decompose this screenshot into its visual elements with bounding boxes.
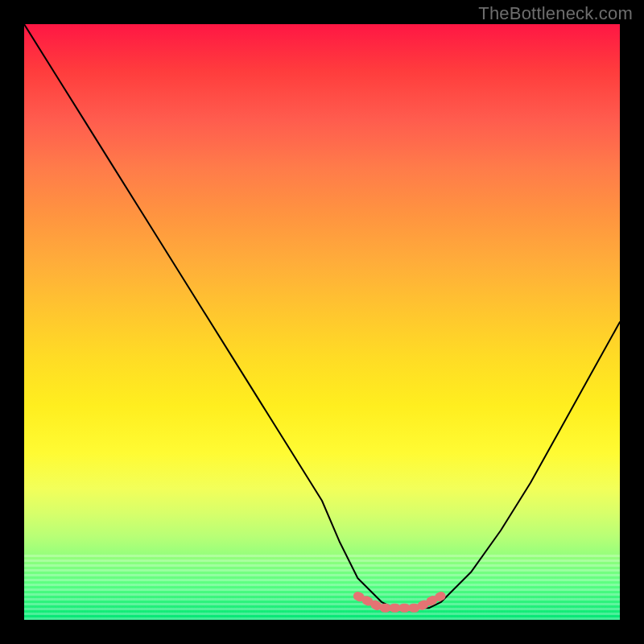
watermark-text: TheBottleneck.com [478, 3, 633, 24]
plot-area [24, 24, 620, 620]
chart-frame: TheBottleneck.com [0, 0, 644, 644]
optimal-zone-highlight [357, 596, 441, 608]
curve-svg [24, 24, 620, 620]
bottleneck-curve [24, 24, 620, 608]
